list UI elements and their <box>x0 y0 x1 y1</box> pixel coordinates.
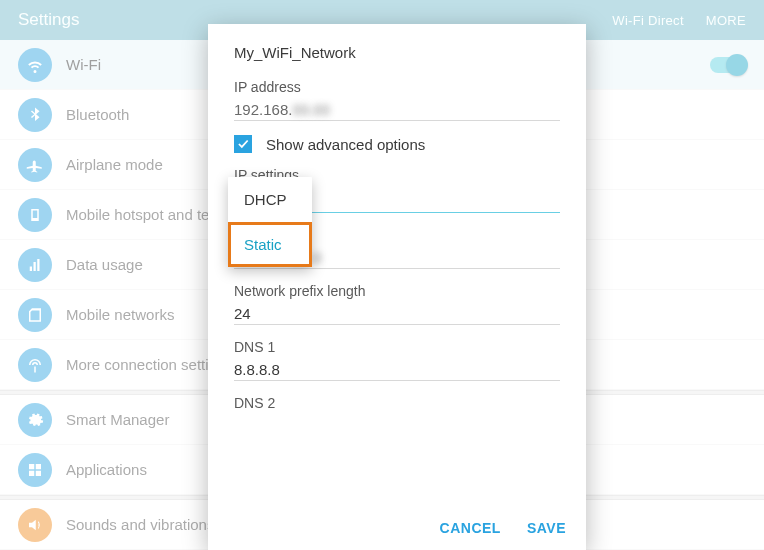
dropdown-option-dhcp[interactable]: DHCP <box>228 177 312 222</box>
dialog-button-bar: CANCEL SAVE <box>440 520 566 536</box>
dns1-label: DNS 1 <box>234 339 560 355</box>
wifi-config-dialog: My_WiFi_Network IP address 192.168.00.00… <box>208 24 586 550</box>
prefix-label: Network prefix length <box>234 283 560 299</box>
dns1-field[interactable]: DNS 1 <box>234 339 560 381</box>
save-button[interactable]: SAVE <box>527 520 566 536</box>
prefix-input[interactable] <box>234 301 560 325</box>
dns2-label: DNS 2 <box>234 395 560 411</box>
ip-settings-dropdown: DHCP Static <box>228 177 312 267</box>
cancel-button[interactable]: CANCEL <box>440 520 501 536</box>
ip-address-field: IP address 192.168.00.00 <box>234 79 560 121</box>
ip-address-label: IP address <box>234 79 560 95</box>
prefix-field[interactable]: Network prefix length <box>234 283 560 325</box>
dns1-input[interactable] <box>234 357 560 381</box>
ip-address-value: 192.168.00.00 <box>234 97 560 121</box>
dropdown-option-static[interactable]: Static <box>228 222 312 267</box>
advanced-options-label: Show advanced options <box>266 136 425 153</box>
network-ssid: My_WiFi_Network <box>234 44 560 61</box>
dns2-field[interactable]: DNS 2 <box>234 395 560 411</box>
advanced-options-checkbox[interactable]: Show advanced options <box>234 135 560 153</box>
checkbox-icon <box>234 135 252 153</box>
